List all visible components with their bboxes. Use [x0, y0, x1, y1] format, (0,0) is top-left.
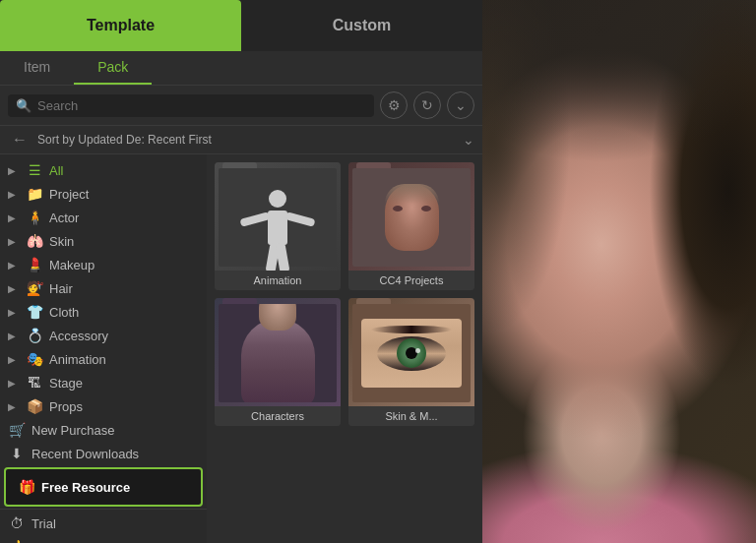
tab-bar: Template Custom [0, 0, 482, 51]
thumb-animation [215, 162, 341, 271]
arrow-icon: ▶ [8, 307, 20, 318]
skin-icon: 🫁 [26, 233, 43, 249]
arrow-icon: ▶ [8, 283, 20, 294]
sort-label: Sort by Updated De: Recent First [37, 133, 457, 147]
sidebar-tree: ▶ ☰ All ▶ 📁 Project ▶ 🧍 Actor ▶ 🫁 Skin [0, 154, 207, 543]
arrow-icon: ▶ [8, 236, 20, 247]
gift-icon: 🎁 [18, 479, 35, 495]
sidebar-item-label: Recent Downloads [32, 447, 139, 461]
purchase-icon: 🛒 [8, 422, 26, 438]
main-panel: Template Custom Item Pack 🔍 ⚙ ↻ ⌄ ← Sort… [0, 0, 482, 543]
sidebar-item-makeup[interactable]: ▶ 💄 Makeup [0, 253, 207, 276]
content-grid: Animation CC4 Projec [215, 162, 474, 426]
arrow-icon: ▶ [8, 378, 20, 389]
sidebar-item-label: Props [49, 399, 83, 414]
animation-icon: 🎭 [26, 351, 43, 367]
sidebar-item-label: Accessory [49, 329, 108, 343]
search-bar: 🔍 ⚙ ↻ ⌄ [0, 86, 482, 126]
sidebar-item-recommended[interactable]: 👍 Recommended [0, 535, 207, 543]
sidebar-item-recent-downloads[interactable]: ⬇ Recent Downloads [0, 442, 207, 465]
sidebar-item-all[interactable]: ▶ ☰ All [0, 158, 207, 182]
folder-icon: 📁 [26, 186, 43, 202]
sidebar-item-project[interactable]: ▶ 📁 Project [0, 182, 207, 206]
sidebar-item-free-resource[interactable]: 🎁 Free Resource [4, 467, 203, 507]
search-input[interactable] [37, 98, 366, 113]
search-icon: 🔍 [16, 98, 32, 113]
tab-template[interactable]: Template [0, 0, 241, 51]
sidebar-item-actor[interactable]: ▶ 🧍 Actor [0, 206, 207, 229]
accessory-icon: 💍 [26, 328, 43, 343]
arrow-icon: ▶ [8, 212, 20, 223]
grid-item-skin-makeup[interactable]: Skin & M... [348, 298, 474, 426]
sidebar-item-label: Project [49, 187, 89, 202]
content-area: ▶ ☰ All ▶ 📁 Project ▶ 🧍 Actor ▶ 🫁 Skin [0, 154, 482, 543]
sort-bar: ← Sort by Updated De: Recent First ⌄ [0, 126, 482, 154]
refresh-icon[interactable]: ↻ [413, 91, 441, 119]
subtab-pack[interactable]: Pack [74, 51, 152, 85]
cloth-icon: 👕 [26, 304, 43, 320]
back-button[interactable]: ← [8, 131, 32, 149]
thumb-characters [215, 298, 341, 406]
makeup-icon: 💄 [26, 257, 43, 272]
arrow-icon: ▶ [8, 260, 20, 271]
recommended-icon: 👍 [8, 539, 26, 543]
actor-icon: 🧍 [26, 210, 43, 225]
sidebar-item-label: New Purchase [32, 423, 115, 438]
download-icon: ⬇ [8, 446, 26, 461]
search-wrapper[interactable]: 🔍 [8, 94, 374, 117]
grid-item-cc4-projects[interactable]: CC4 Projects [348, 162, 474, 290]
sidebar-item-accessory[interactable]: ▶ 💍 Accessory [0, 324, 207, 347]
arrow-icon: ▶ [8, 189, 20, 200]
sidebar-item-cloth[interactable]: ▶ 👕 Cloth [0, 300, 207, 324]
sidebar-item-hair[interactable]: ▶ 💇 Hair [0, 276, 207, 300]
sidebar-item-label: Recommended [32, 540, 118, 544]
sidebar-item-label: Makeup [49, 258, 94, 272]
thumb-cc4 [348, 162, 474, 271]
grid-item-label: Characters [215, 406, 341, 426]
sidebar-item-skin[interactable]: ▶ 🫁 Skin [0, 229, 207, 253]
hair-icon: 💇 [26, 280, 43, 296]
sidebar-item-label: Hair [49, 281, 73, 296]
trial-icon: ⏱ [8, 515, 26, 531]
sidebar-item-trial[interactable]: ⏱ Trial [0, 512, 207, 535]
sidebar-item-label: Cloth [49, 305, 79, 320]
sidebar-item-props[interactable]: ▶ 📦 Props [0, 394, 207, 418]
sidebar-item-animation[interactable]: ▶ 🎭 Animation [0, 347, 207, 371]
sidebar-item-label: Actor [49, 211, 79, 225]
sidebar-item-new-purchase[interactable]: 🛒 New Purchase [0, 418, 207, 442]
sidebar-item-label: Trial [32, 516, 56, 531]
tab-custom[interactable]: Custom [241, 0, 482, 51]
arrow-icon: ▶ [8, 331, 20, 341]
grid-item-label: CC4 Projects [348, 271, 474, 290]
sidebar-item-label: Free Resource [41, 480, 130, 495]
stage-icon: 🏗 [26, 375, 43, 391]
sidebar-item-stage[interactable]: ▶ 🏗 Stage [0, 371, 207, 394]
sidebar-item-label: Stage [49, 376, 83, 391]
expand-icon[interactable]: ⌄ [447, 91, 474, 119]
subtab-bar: Item Pack [0, 51, 482, 86]
divider [0, 509, 207, 510]
all-icon: ☰ [26, 162, 43, 178]
arrow-icon: ▶ [8, 354, 20, 365]
grid-item-label: Animation [215, 271, 341, 290]
thumb-skin [348, 298, 474, 406]
sidebar-item-label: All [49, 163, 63, 178]
arrow-icon: ▶ [8, 165, 20, 176]
grid-area: Animation CC4 Projec [207, 154, 482, 543]
subtab-item[interactable]: Item [0, 51, 74, 85]
sort-dropdown[interactable]: ⌄ [463, 132, 474, 148]
sidebar-item-label: Animation [49, 352, 106, 367]
props-icon: 📦 [26, 398, 43, 414]
sidebar-item-label: Skin [49, 234, 74, 249]
arrow-icon: ▶ [8, 401, 20, 412]
filter-icon[interactable]: ⚙ [380, 91, 408, 119]
grid-item-characters[interactable]: Characters [215, 298, 341, 426]
grid-item-label: Skin & M... [348, 406, 474, 426]
grid-item-animation[interactable]: Animation [215, 162, 341, 290]
